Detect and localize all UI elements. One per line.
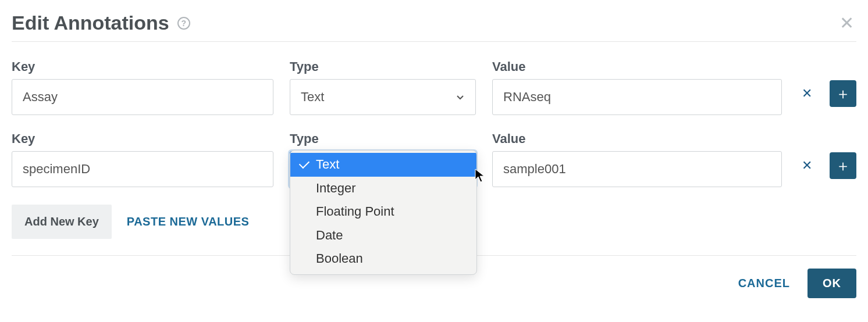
type-label: Type: [290, 131, 476, 146]
type-option-date[interactable]: Date: [290, 224, 476, 248]
annotation-row: Key Type Text Value ✕: [12, 59, 856, 115]
type-select-value: Text: [301, 90, 324, 105]
chevron-down-icon: [456, 92, 465, 102]
type-option-boolean[interactable]: Boolean: [290, 247, 476, 271]
type-label: Type: [290, 59, 476, 74]
value-input[interactable]: [492, 151, 782, 187]
annotation-row: Key Type Text Text Integer Floating Po: [12, 131, 856, 187]
add-new-key-button[interactable]: Add New Key: [12, 205, 112, 239]
key-input[interactable]: [12, 79, 273, 115]
key-input[interactable]: [12, 151, 273, 187]
help-icon[interactable]: ?: [177, 17, 190, 30]
key-label: Key: [12, 131, 273, 146]
remove-row-button[interactable]: ✕: [798, 156, 816, 176]
type-option-text[interactable]: Text: [290, 153, 476, 177]
value-label: Value: [492, 59, 782, 74]
paste-new-values-link[interactable]: PASTE NEW VALUES: [127, 215, 250, 228]
dialog-header: Edit Annotations ? ✕: [12, 12, 856, 42]
annotation-rows: Key Type Text Value ✕: [12, 59, 856, 187]
remove-row-button[interactable]: ✕: [798, 84, 816, 103]
ok-button[interactable]: OK: [807, 269, 856, 298]
key-label: Key: [12, 59, 273, 74]
cancel-button[interactable]: CANCEL: [738, 277, 790, 290]
dialog-title: Edit Annotations: [12, 12, 169, 34]
add-value-button[interactable]: ＋: [830, 152, 856, 179]
type-option-floating-point[interactable]: Floating Point: [290, 200, 476, 224]
type-select[interactable]: Text: [290, 79, 476, 115]
value-input[interactable]: [492, 79, 782, 115]
close-icon[interactable]: ✕: [837, 12, 856, 34]
add-value-button[interactable]: ＋: [830, 80, 856, 107]
edit-annotations-dialog: Edit Annotations ? ✕ Key Type Text: [12, 12, 856, 298]
type-option-integer[interactable]: Integer: [290, 177, 476, 201]
type-dropdown: Text Integer Floating Point Date Boolean: [290, 150, 477, 275]
value-label: Value: [492, 131, 782, 146]
